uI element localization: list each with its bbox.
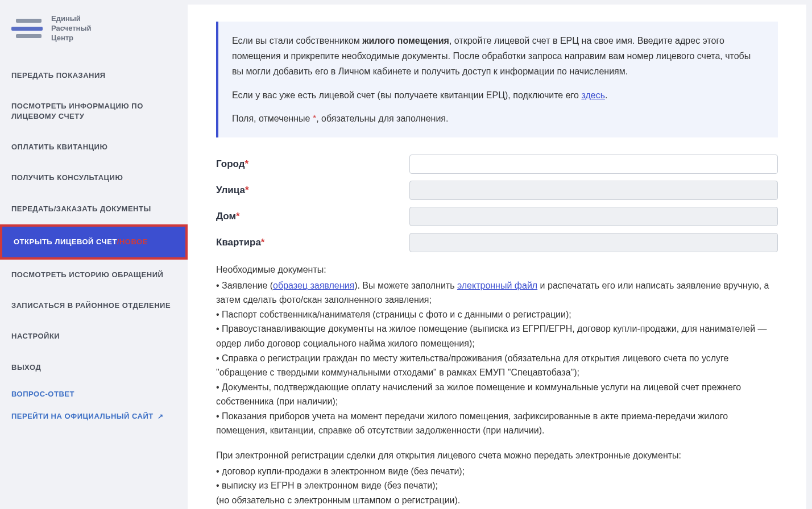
- main-content: Если вы стали собственником жилого помещ…: [188, 5, 806, 509]
- nav-appointment[interactable]: ЗАПИСАТЬСЯ В РАЙОННОЕ ОТДЕЛЕНИЕ: [0, 290, 188, 321]
- doc-item-4: Справка о регистрации граждан по месту ж…: [216, 351, 778, 380]
- docs-heading: Необходимые документы:: [216, 262, 778, 277]
- logo-icon: [11, 17, 45, 40]
- nav-history[interactable]: ПОСМОТРЕТЬ ИСТОРИЮ ОБРАЩЕНИЙ: [0, 260, 188, 290]
- nav-faq-link[interactable]: ВОПРОС-ОТВЕТ: [0, 383, 188, 405]
- info-paragraph-3: Поля, отмеченные *, обязательны для запо…: [232, 111, 764, 126]
- nav-open-account[interactable]: ОТКРЫТЬ ЛИЦЕВОЙ СЧЕТ/НОВОЕ: [0, 224, 188, 260]
- documents-section: Необходимые документы: Заявление (образе…: [216, 262, 778, 509]
- nav-documents[interactable]: ПЕРЕДАТЬ/ЗАКАЗАТЬ ДОКУМЕНТЫ: [0, 194, 188, 224]
- info-paragraph-1: Если вы стали собственником жилого помещ…: [232, 33, 764, 80]
- logo-text: Единый Расчетный Центр: [51, 14, 92, 43]
- info-box: Если вы стали собственником жилого помещ…: [216, 22, 778, 137]
- doc-item-3: Правоустанавливающие документы на жилое …: [216, 322, 778, 351]
- apt-input[interactable]: [409, 233, 778, 252]
- ereg-item-1: договор купли-продажи в электронном виде…: [216, 464, 778, 479]
- doc-item-5: Документы, подтверждающие оплату начисле…: [216, 380, 778, 409]
- nav-list: ПЕРЕДАТЬ ПОКАЗАНИЯ ПОСМОТРЕТЬ ИНФОРМАЦИЮ…: [0, 60, 188, 383]
- doc-item-1: Заявление (образец заявления). Вы можете…: [216, 278, 778, 307]
- doc-item-2: Паспорт собственника/нанимателя (страниц…: [216, 307, 778, 322]
- external-link-icon: ↗: [155, 412, 163, 420]
- house-label: Дом*: [216, 211, 409, 222]
- nav-consultation[interactable]: ПОЛУЧИТЬ КОНСУЛЬТАЦИЮ: [0, 162, 188, 193]
- house-input[interactable]: [409, 207, 778, 226]
- electronic-file-link[interactable]: электронный файл: [457, 281, 537, 290]
- apt-label: Квартира*: [216, 237, 409, 248]
- logo: Единый Расчетный Центр: [0, 9, 188, 60]
- city-label: Город*: [216, 158, 409, 170]
- nav-official-site-link[interactable]: ПЕРЕЙТИ НА ОФИЦИАЛЬНЫЙ САЙТ ↗: [0, 405, 188, 427]
- nav-pay-invoice[interactable]: ОПЛАТИТЬ КВИТАНЦИЮ: [0, 132, 188, 162]
- doc-item-6: Показания приборов учета на момент перед…: [216, 409, 778, 438]
- nav-open-account-label: ОТКРЫТЬ ЛИЦЕВОЙ СЧЕТ: [14, 237, 117, 246]
- nav-account-info[interactable]: ПОСМОТРЕТЬ ИНФОРМАЦИЮ ПО ЛИЦЕВОМУ СЧЕТУ: [0, 91, 188, 132]
- nav-logout[interactable]: ВЫХОД: [0, 352, 188, 383]
- street-label: Улица*: [216, 185, 409, 196]
- nav-submit-readings[interactable]: ПЕРЕДАТЬ ПОКАЗАНИЯ: [0, 60, 188, 91]
- sidebar: Единый Расчетный Центр ПЕРЕДАТЬ ПОКАЗАНИ…: [0, 0, 188, 509]
- street-input[interactable]: [409, 181, 778, 200]
- city-input[interactable]: [409, 155, 778, 174]
- ereg-item-2: выписку из ЕГРН в электронном виде (без …: [216, 478, 778, 493]
- info-paragraph-2: Если у вас уже есть лицевой счет (вы пол…: [232, 87, 764, 103]
- nav-settings[interactable]: НАСТРОЙКИ: [0, 321, 188, 352]
- nav-new-badge: /НОВОЕ: [117, 237, 148, 246]
- application-sample-link[interactable]: образец заявления: [273, 281, 354, 290]
- ereg-heading: При электронной регистрации сделки для о…: [216, 448, 778, 463]
- connect-here-link[interactable]: здесь: [581, 90, 605, 100]
- ereg-item-3: (но обязательно с электронным штампом о …: [216, 493, 778, 508]
